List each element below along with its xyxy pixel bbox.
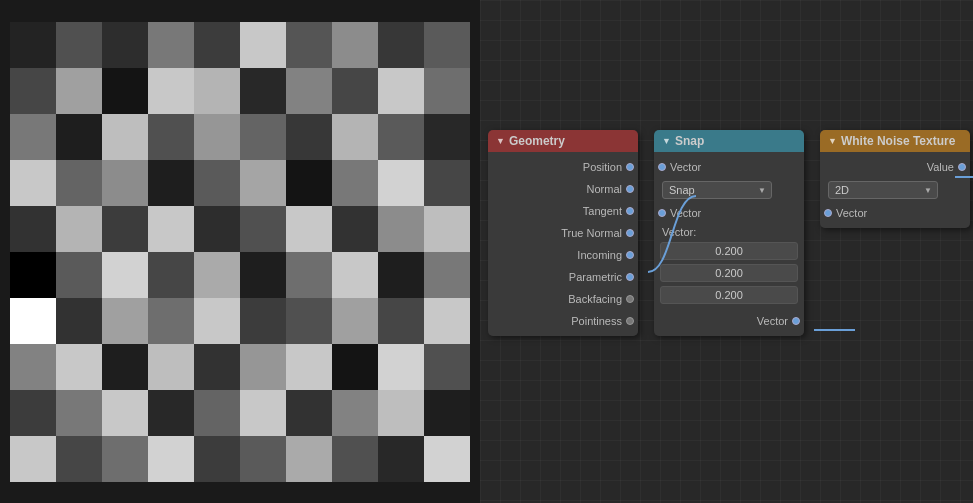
geometry-tangent-label: Tangent <box>579 205 626 217</box>
nodes-area: ▼ Geometry Position Normal Tangent True … <box>488 130 970 336</box>
snap-vector2-input-socket[interactable] <box>658 209 666 217</box>
geometry-normal-socket[interactable] <box>626 185 634 193</box>
snap-vector-y-input[interactable] <box>660 264 798 282</box>
wnt-dimension-select[interactable]: 1D 2D 3D 4D <box>828 181 938 199</box>
snap-vector-x-input[interactable] <box>660 242 798 260</box>
geometry-position-socket[interactable] <box>626 163 634 171</box>
snap-node: ▼ Snap Vector Snap Floor Ceil Round Trun… <box>654 130 804 336</box>
snap-vector-input-label: Vector <box>666 161 705 173</box>
geometry-arrow-icon: ▼ <box>496 136 505 146</box>
snap-vector-z-input[interactable] <box>660 286 798 304</box>
snap-vector-output-socket[interactable] <box>792 317 800 325</box>
wnt-node-body: Value 1D 2D 3D 4D Vector <box>820 152 970 228</box>
geometry-backfacing-row: Backfacing <box>488 288 638 310</box>
snap-vector2-input-row: Vector <box>654 202 804 224</box>
geometry-tangent-row: Tangent <box>488 200 638 222</box>
snap-vector-output-row: Vector <box>654 310 804 332</box>
snap-vector2-input-label: Vector <box>666 207 705 219</box>
noise-preview <box>10 22 470 482</box>
geometry-node: ▼ Geometry Position Normal Tangent True … <box>488 130 638 336</box>
geometry-incoming-socket[interactable] <box>626 251 634 259</box>
snap-node-header: ▼ Snap <box>654 130 804 152</box>
geometry-parametric-socket[interactable] <box>626 273 634 281</box>
wnt-dimension-dropdown-wrap: 1D 2D 3D 4D <box>828 181 938 199</box>
wnt-vector-input-socket[interactable] <box>824 209 832 217</box>
geometry-position-label: Position <box>579 161 626 173</box>
snap-mode-select[interactable]: Snap Floor Ceil Round Truncate <box>662 181 772 199</box>
geometry-node-title: Geometry <box>509 134 565 148</box>
geometry-pointiness-label: Pointiness <box>567 315 626 327</box>
wnt-vector-input-label: Vector <box>832 207 871 219</box>
geometry-node-body: Position Normal Tangent True Normal Inco… <box>488 152 638 336</box>
snap-node-body: Vector Snap Floor Ceil Round Truncate Ve… <box>654 152 804 336</box>
geometry-pointiness-socket[interactable] <box>626 317 634 325</box>
geometry-normal-label: Normal <box>583 183 626 195</box>
geometry-truenormal-socket[interactable] <box>626 229 634 237</box>
geometry-tangent-socket[interactable] <box>626 207 634 215</box>
snap-vector-z-row <box>654 284 804 306</box>
wnt-arrow-icon: ▼ <box>828 136 837 146</box>
wnt-value-output-row: Value <box>820 156 970 178</box>
snap-node-title: Snap <box>675 134 704 148</box>
wnt-node-header: ▼ White Noise Texture <box>820 130 970 152</box>
snap-vector-input-socket[interactable] <box>658 163 666 171</box>
white-noise-texture-node: ▼ White Noise Texture Value 1D 2D 3D 4D <box>820 130 970 228</box>
wnt-value-output-label: Value <box>923 161 958 173</box>
geometry-truenormal-label: True Normal <box>557 227 626 239</box>
geometry-parametric-row: Parametric <box>488 266 638 288</box>
snap-dropdown-wrap: Snap Floor Ceil Round Truncate <box>662 181 772 199</box>
snap-vector-output-label: Vector <box>753 315 792 327</box>
geometry-truenormal-row: True Normal <box>488 222 638 244</box>
snap-vector-x-row <box>654 240 804 262</box>
snap-arrow-icon: ▼ <box>662 136 671 146</box>
geometry-normal-row: Normal <box>488 178 638 200</box>
wnt-node-title: White Noise Texture <box>841 134 955 148</box>
snap-vector-y-row <box>654 262 804 284</box>
geometry-parametric-label: Parametric <box>565 271 626 283</box>
geometry-backfacing-label: Backfacing <box>564 293 626 305</box>
wnt-value-output-socket[interactable] <box>958 163 966 171</box>
geometry-incoming-label: Incoming <box>573 249 626 261</box>
preview-panel <box>0 0 480 503</box>
wnt-vector-input-row: Vector <box>820 202 970 224</box>
geometry-node-header: ▼ Geometry <box>488 130 638 152</box>
geometry-incoming-row: Incoming <box>488 244 638 266</box>
snap-vector-input-row: Vector <box>654 156 804 178</box>
snap-vector-section-label: Vector: <box>654 224 804 240</box>
geometry-backfacing-socket[interactable] <box>626 295 634 303</box>
geometry-position-row: Position <box>488 156 638 178</box>
geometry-pointiness-row: Pointiness <box>488 310 638 332</box>
